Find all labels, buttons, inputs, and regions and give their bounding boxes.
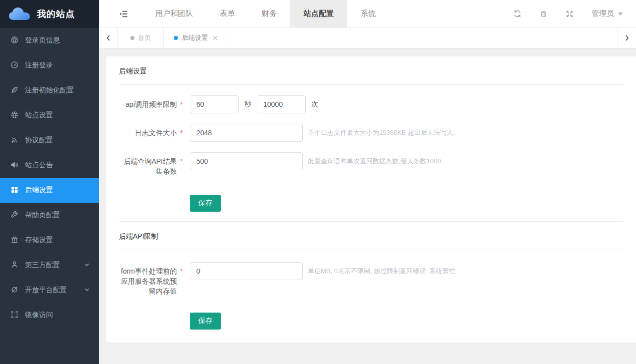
- grid-icon: [10, 186, 18, 195]
- nav-label: 用户和团队: [155, 9, 193, 18]
- section-title-backend-settings: 后端设置: [119, 56, 624, 84]
- sidebar-item-site-settings[interactable]: 站点设置: [0, 103, 99, 128]
- field-label-text: 日志文件大小: [135, 129, 177, 137]
- sidebar: 我的站点 登录页信息 注册登录 注册初始化配置 站点设置 协议配置: [0, 0, 99, 364]
- cloud-logo-icon: [8, 6, 31, 22]
- person-icon: [10, 261, 18, 270]
- sidebar-item-open-platform-config[interactable]: 开放平台配置: [0, 278, 99, 303]
- field-label-text: 后端查询API结果集条数: [123, 157, 177, 175]
- api-rate-seconds-input[interactable]: [190, 95, 239, 113]
- rss-icon: [10, 136, 18, 145]
- sidebar-item-label: 协议配置: [25, 136, 53, 145]
- mirror-icon: [10, 311, 18, 320]
- caret-down-icon: [618, 12, 623, 15]
- wrench-icon: [10, 211, 18, 220]
- nav-users-teams[interactable]: 用户和团队: [142, 0, 206, 27]
- divider: [119, 250, 624, 250]
- site-title: 我的站点: [37, 8, 75, 20]
- tab-label: 首页: [138, 33, 151, 42]
- nav-label: 财务: [262, 9, 277, 18]
- field-label-text: form事件处理前的应用服务器系统预留内存值: [121, 267, 177, 295]
- sidebar-item-register-init-config[interactable]: 注册初始化配置: [0, 78, 99, 103]
- main-area: 用户和团队 表单 财务 站点配置 系统 管理员: [99, 0, 636, 364]
- log-file-size-input[interactable]: [190, 124, 303, 142]
- sidebar-item-register-login[interactable]: 注册登录: [0, 53, 99, 78]
- sidebar-item-third-party-config[interactable]: 第三方配置: [0, 253, 99, 278]
- save-row: 保存: [190, 313, 624, 330]
- save-button-backend-api-limit[interactable]: 保存: [190, 313, 221, 330]
- sidebar-item-login-page-info[interactable]: 登录页信息: [0, 28, 99, 53]
- field-label-text: api调用频率限制: [125, 100, 177, 108]
- divider: [119, 84, 624, 85]
- sidebar-item-label: 站点设置: [25, 111, 53, 120]
- tab-status-dot: [174, 36, 178, 40]
- tab-status-dot: [130, 36, 134, 40]
- user-menu[interactable]: 管理员: [592, 9, 623, 18]
- sidebar-item-protocol-config[interactable]: 协议配置: [0, 128, 99, 153]
- required-asterisk: *: [180, 128, 183, 138]
- sidebar-item-label: 开放平台配置: [25, 286, 67, 295]
- globe-icon: [10, 36, 18, 45]
- save-row: 保存: [190, 195, 624, 212]
- field-label: 日志文件大小 *: [119, 124, 184, 138]
- sidebar-item-label: 第三方配置: [25, 261, 60, 270]
- top-header: 用户和团队 表单 财务 站点配置 系统 管理员: [99, 0, 636, 28]
- nav-forms[interactable]: 表单: [206, 0, 248, 27]
- unit-label-seconds: 秒: [244, 100, 251, 109]
- pen-icon: [10, 86, 18, 95]
- field-label: 后端查询API结果集条数 *: [119, 152, 184, 176]
- tabs-scroll-right-icon[interactable]: [617, 28, 636, 48]
- sidebar-item-storage-settings[interactable]: 存储设置: [0, 228, 99, 253]
- tab-home[interactable]: 首页: [118, 28, 164, 48]
- tabs-scroll-left-icon[interactable]: [99, 28, 118, 48]
- fullscreen-icon[interactable]: [566, 10, 574, 18]
- nav-label: 系统: [361, 9, 376, 18]
- trash-icon[interactable]: [540, 10, 548, 18]
- tab-backend-settings[interactable]: 后端设置: [164, 28, 228, 48]
- sidebar-menu: 登录页信息 注册登录 注册初始化配置 站点设置 协议配置 站点公告: [0, 28, 99, 364]
- sidebar-item-label: 帮助页配置: [25, 211, 60, 220]
- field-label: api调用频率限制 *: [119, 95, 184, 109]
- user-name: 管理员: [592, 9, 614, 18]
- app-window: 我的站点 登录页信息 注册登录 注册初始化配置 站点设置 协议配置: [0, 0, 636, 364]
- api-result-rows-input[interactable]: [190, 152, 303, 170]
- form-field-log-file-size: 日志文件大小 * 单个日志文件最大大小为15360KB 超出后无法写入。: [119, 124, 624, 142]
- sidebar-item-help-page-config[interactable]: 帮助页配置: [0, 203, 99, 228]
- gear-icon: [10, 111, 18, 120]
- nav-site-config[interactable]: 站点配置: [290, 0, 347, 27]
- close-icon[interactable]: [213, 35, 218, 40]
- field-hint: 单位MB, 0表示不限制, 超过限制返回错误: 系统繁忙: [308, 267, 455, 276]
- bank-icon: [10, 236, 18, 245]
- nav-label: 表单: [220, 9, 235, 18]
- form-field-api-result-rows: 后端查询API结果集条数 * 批量查询语句单次返回数据条数,最大条数1000: [119, 152, 624, 176]
- sidebar-item-label: 登录页信息: [25, 36, 60, 45]
- menu-fold-icon[interactable]: [119, 0, 128, 27]
- field-hint: 单个日志文件最大大小为15360KB 超出后无法写入。: [308, 128, 460, 137]
- sidebar-item-label: 注册登录: [25, 61, 53, 70]
- header-actions: 管理员: [513, 0, 636, 27]
- required-asterisk: *: [180, 99, 183, 109]
- save-button-backend-settings[interactable]: 保存: [190, 195, 221, 212]
- sidebar-item-label: 注册初始化配置: [25, 86, 74, 95]
- refresh-icon[interactable]: [513, 9, 522, 18]
- sidebar-item-label: 镜像访问: [25, 311, 53, 320]
- sidebar-item-mirror-access[interactable]: 镜像访问: [0, 303, 99, 328]
- required-asterisk: *: [180, 156, 183, 166]
- section-title-backend-api-limit: 后端API限制: [119, 222, 624, 250]
- settings-panel: 后端设置 api调用频率限制 * 秒 次: [106, 56, 636, 343]
- chevron-down-icon: [84, 261, 90, 269]
- speaker-icon: [10, 161, 18, 170]
- required-asterisk: *: [180, 266, 183, 276]
- sidebar-item-site-announcement[interactable]: 站点公告: [0, 153, 99, 178]
- gauge-icon: [10, 61, 18, 70]
- reserved-memory-input[interactable]: [190, 262, 303, 280]
- sidebar-item-label: 存储设置: [25, 236, 53, 245]
- api-rate-count-input[interactable]: [257, 95, 306, 113]
- nav-finance[interactable]: 财务: [248, 0, 290, 27]
- sidebar-item-label: 后端设置: [25, 186, 53, 195]
- sidebar-item-backend-settings[interactable]: 后端设置: [0, 178, 99, 203]
- field-label: form事件处理前的应用服务器系统预留内存值 *: [119, 262, 184, 296]
- nav-system[interactable]: 系统: [347, 0, 389, 27]
- form-field-reserved-memory: form事件处理前的应用服务器系统预留内存值 * 单位MB, 0表示不限制, 超…: [119, 262, 624, 296]
- content-area: 后端设置 api调用频率限制 * 秒 次: [99, 48, 636, 364]
